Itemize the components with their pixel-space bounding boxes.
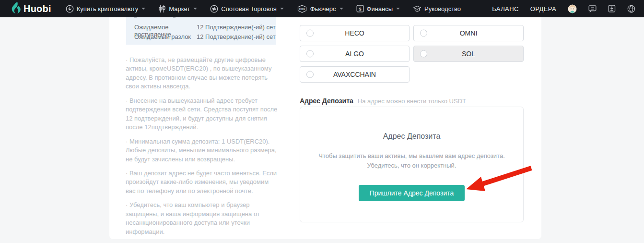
finance-dollar-text: $ [359,6,362,12]
top-navigation-bar: Huobi Купить криптовалюту [0,0,644,17]
deposit-page-card: Ожидаемое поступление 12 Подтверждение(-… [109,17,541,239]
network-label: AVAXCCHAIN [333,71,376,78]
deposit-box-description: Чтобы защитить ваши активы, мы вышлем ва… [309,151,515,170]
radio-icon[interactable] [306,50,314,58]
chevron-down-icon [193,8,197,10]
clipped-row [134,17,264,18]
radio-icon[interactable] [420,50,427,58]
deposit-address-hint: На адрес можно внести только USDT [358,97,466,105]
nav-label: Руководство [424,5,461,12]
confirm-row: Ожидаемый разлок 12 Подтверждение(-ий) с… [134,33,273,40]
chevron-down-icon [396,8,400,10]
guide-cap-icon [413,5,422,12]
balance-link[interactable]: БАЛАНС [492,5,519,12]
deposit-box-title: Адрес Депозита [300,132,523,141]
nav-label: Купить криптовалюту [77,5,139,12]
radio-icon[interactable] [306,71,314,78]
nav-item-futures[interactable]: 200X Фьючерс [297,5,343,13]
network-option-algo[interactable]: ALGO [300,46,410,62]
confirm-label: Ожидаемый разлок [134,33,197,40]
nav-item-market[interactable]: Маркет [158,5,197,13]
market-icon [158,5,166,13]
network-label: OMNI [460,29,478,37]
topbar-right: БАЛАНС ОРДЕРА [492,4,635,13]
huobi-logo[interactable]: Huobi [12,2,51,15]
note-item: · Ваш депозит адрес не будет часто менят… [126,169,278,195]
send-deposit-address-button[interactable]: Пришлите Адрес Депозита [359,185,465,201]
nav-label: Маркет [169,5,190,12]
deposit-address-section-header: Адрес Депозита На адрес можно внести тол… [300,97,466,105]
note-item: · Убедитесь, что ваш компьютер и браузер… [126,201,278,236]
nav-item-buy-crypto[interactable]: Купить криптовалюту [66,5,146,13]
page: Huobi Купить криптовалюту [0,0,644,243]
deposit-notes: · Пожалуйста, не размещайте другие цифро… [126,56,278,242]
nav-item-guide[interactable]: Руководство [413,5,461,12]
finance-dollar-icon: $ [356,5,364,12]
radio-icon[interactable] [306,30,314,37]
messages-icon[interactable] [588,5,597,12]
brand-name: Huobi [23,3,51,14]
network-label: HECO [345,29,364,37]
orders-link[interactable]: ОРДЕРА [530,5,556,12]
note-item: · Минимальная сумма депозита: 1 USDT(ERC… [126,137,278,164]
nav-item-finance[interactable]: $ Финансы [356,5,400,12]
note-item: · Пожалуйста, не размещайте другие цифро… [126,56,278,91]
network-option-heco[interactable]: HECO [300,25,410,41]
nav-label: Спотовая Торговля [221,5,276,12]
download-app-icon[interactable] [608,5,616,12]
confirm-value: 12 Подтверждение(-ий) сети [197,33,276,40]
network-selector: HECO OMNI ALGO SOL AVAXCCHAIN [300,25,524,83]
deposit-address-section-title: Адрес Депозита [300,97,353,105]
huobi-flame-icon [12,2,22,15]
nav-label: Фьючерс [310,5,336,12]
futures-badge-text: 200X [299,8,305,11]
network-confirmations-panel: Ожидаемое поступление 12 Подтверждение(-… [126,17,276,45]
chevron-down-icon [141,8,145,10]
network-option-avaxcchain[interactable]: AVAXCCHAIN [300,66,410,83]
buy-crypto-icon [66,5,74,13]
network-option-sol[interactable]: SOL [413,46,524,62]
nav-label: Финансы [367,5,393,12]
chevron-down-icon [340,8,343,10]
language-globe-icon[interactable] [627,5,635,13]
network-option-omni[interactable]: OMNI [413,25,524,41]
nav-item-spot-trading[interactable]: Спотовая Торговля [210,5,283,13]
user-avatar[interactable] [568,4,577,13]
main-nav: Купить криптовалюту Маркет [66,5,461,13]
chevron-down-icon [280,8,284,10]
futures-200x-icon: 200X [297,5,307,13]
spot-trading-icon [210,5,218,13]
deposit-address-box: Адрес Депозита Чтобы защитить ваши актив… [300,107,524,222]
network-label: SOL [462,50,475,58]
network-label: ALGO [345,50,364,58]
radio-icon[interactable] [420,30,427,37]
note-item: · Внесение на вышеуказанный адрес требуе… [126,97,278,132]
